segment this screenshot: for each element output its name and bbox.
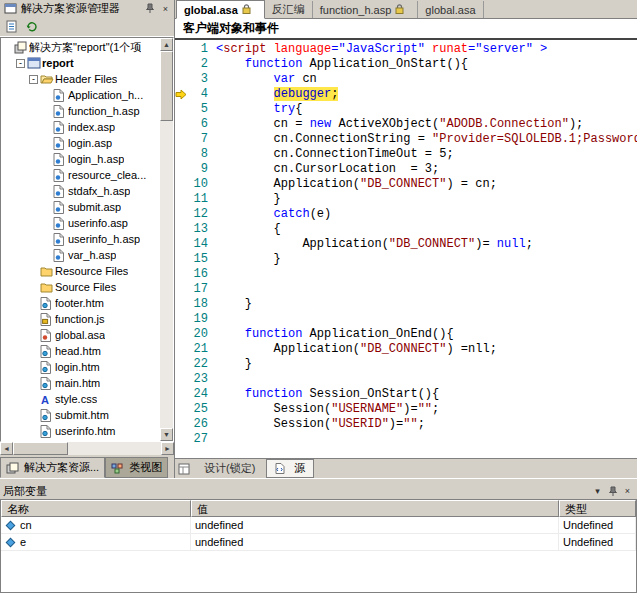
tree-horizontal-scrollbar[interactable]: ◄ ► bbox=[0, 442, 174, 455]
tree-vertical-scrollbar[interactable]: ▲ ▼ bbox=[160, 38, 173, 441]
indicator-margin[interactable] bbox=[175, 282, 190, 297]
code-line[interactable]: 2 function Application_OnStart(){ bbox=[175, 57, 637, 72]
tree-item[interactable]: head.htm bbox=[1, 343, 160, 359]
tree-item[interactable]: userinfo.htm bbox=[1, 423, 160, 439]
code-line[interactable]: 1<script language="JavaScript" runat="se… bbox=[175, 42, 637, 57]
code-line[interactable]: 5 try{ bbox=[175, 102, 637, 117]
current-statement-arrow[interactable] bbox=[175, 87, 190, 102]
tree-item[interactable]: userinfo_h.asp bbox=[1, 231, 160, 247]
code-line[interactable]: 18 } bbox=[175, 297, 637, 312]
close-icon[interactable]: × bbox=[621, 485, 634, 498]
properties-icon[interactable] bbox=[3, 19, 19, 34]
indicator-margin[interactable] bbox=[175, 402, 190, 417]
object-events-bar[interactable]: 客户端对象和事件 bbox=[175, 19, 637, 40]
code-line[interactable]: 7 cn.ConnectionString = "Provider=SQLOLE… bbox=[175, 132, 637, 147]
scroll-down-icon[interactable]: ▼ bbox=[160, 428, 173, 441]
indicator-margin[interactable] bbox=[175, 177, 190, 192]
tab-solution-explorer[interactable]: 解决方案资源... bbox=[0, 457, 105, 478]
code-line[interactable]: 16 bbox=[175, 267, 637, 282]
tree-item[interactable]: footer.htm bbox=[1, 295, 160, 311]
code-line[interactable]: 22 } bbox=[175, 357, 637, 372]
tree-item[interactable]: function_h.asp bbox=[1, 103, 160, 119]
indicator-margin[interactable] bbox=[175, 57, 190, 72]
indicator-margin[interactable] bbox=[175, 432, 190, 447]
indicator-margin[interactable] bbox=[175, 267, 190, 282]
indicator-margin[interactable] bbox=[175, 387, 190, 402]
code-line[interactable]: 24 function Session_OnStart(){ bbox=[175, 387, 637, 402]
code-line[interactable]: 23 bbox=[175, 372, 637, 387]
locals-row[interactable]: cnundefinedUndefined bbox=[1, 517, 636, 534]
code-line[interactable]: 12 catch(e) bbox=[175, 207, 637, 222]
indicator-margin[interactable] bbox=[175, 312, 190, 327]
indicator-margin[interactable] bbox=[175, 117, 190, 132]
scroll-right-icon[interactable]: ► bbox=[161, 442, 174, 455]
indicator-margin[interactable] bbox=[175, 237, 190, 252]
code-line[interactable]: 11 } bbox=[175, 192, 637, 207]
scroll-up-icon[interactable]: ▲ bbox=[160, 38, 173, 51]
code-line[interactable]: 19 bbox=[175, 312, 637, 327]
indicator-margin[interactable] bbox=[175, 327, 190, 342]
tree-item[interactable]: -report bbox=[1, 55, 160, 71]
indicator-margin[interactable] bbox=[175, 372, 190, 387]
tree-item[interactable]: global.asa bbox=[1, 327, 160, 343]
tree-expander-minus[interactable]: - bbox=[16, 59, 25, 68]
tree-item[interactable]: Astyle.css bbox=[1, 391, 160, 407]
tree-item[interactable]: login.htm bbox=[1, 359, 160, 375]
code-line[interactable]: 15 } bbox=[175, 252, 637, 267]
indicator-margin[interactable] bbox=[175, 297, 190, 312]
tab-source[interactable]: 源 bbox=[266, 459, 314, 478]
indicator-margin[interactable] bbox=[175, 252, 190, 267]
indicator-margin[interactable] bbox=[175, 342, 190, 357]
indicator-margin[interactable] bbox=[175, 102, 190, 117]
code-line[interactable]: 27 bbox=[175, 432, 637, 447]
scrollbar-track[interactable] bbox=[160, 121, 173, 428]
tree-item[interactable]: submit.htm bbox=[1, 407, 160, 423]
locals-row[interactable]: eundefinedUndefined bbox=[1, 534, 636, 551]
code-line[interactable]: 14 Application("DB_CONNECT")= null; bbox=[175, 237, 637, 252]
code-line[interactable]: 3 var cn bbox=[175, 72, 637, 87]
code-area[interactable]: 1<script language="JavaScript" runat="se… bbox=[175, 40, 637, 458]
tree-item[interactable]: Application_h... bbox=[1, 87, 160, 103]
document-tab[interactable]: function_h.asp bbox=[313, 1, 419, 18]
tree-item[interactable]: submit.asp bbox=[1, 199, 160, 215]
tree-item[interactable]: login.asp bbox=[1, 135, 160, 151]
tree-item[interactable]: function.js bbox=[1, 311, 160, 327]
code-line[interactable]: 4 debugger; bbox=[175, 87, 637, 102]
pin-icon[interactable] bbox=[143, 2, 156, 15]
indicator-margin[interactable] bbox=[175, 417, 190, 432]
tree-expander-minus[interactable]: - bbox=[29, 75, 38, 84]
tab-class-view[interactable]: 类视图 bbox=[105, 457, 168, 478]
indicator-margin[interactable] bbox=[175, 207, 190, 222]
tree-item[interactable]: resource_clea... bbox=[1, 167, 160, 183]
scrollbar-thumb[interactable] bbox=[160, 51, 173, 121]
indicator-margin[interactable] bbox=[175, 72, 190, 87]
document-tab[interactable]: global.asa bbox=[418, 1, 483, 18]
scrollbar-track[interactable] bbox=[68, 442, 161, 455]
code-line[interactable]: 26 Session("USERID")=""; bbox=[175, 417, 637, 432]
tree-item[interactable]: var_h.asp bbox=[1, 247, 160, 263]
indicator-margin[interactable] bbox=[175, 132, 190, 147]
tree-item[interactable]: index.asp bbox=[1, 119, 160, 135]
code-line[interactable]: 6 cn = new ActiveXObject("ADODB.Connecti… bbox=[175, 117, 637, 132]
scrollbar-thumb[interactable] bbox=[13, 442, 68, 455]
close-icon[interactable]: × bbox=[159, 2, 172, 15]
document-tab[interactable]: 反汇编 bbox=[265, 1, 313, 18]
column-header-type[interactable]: 类型 bbox=[559, 500, 636, 517]
code-line[interactable]: 25 Session("USERNAME")=""; bbox=[175, 402, 637, 417]
tree-item[interactable]: userinfo.asp bbox=[1, 215, 160, 231]
code-line[interactable]: 21 Application("DB_CONNECT") =nll; bbox=[175, 342, 637, 357]
indicator-margin[interactable] bbox=[175, 162, 190, 177]
code-line[interactable]: 10 Application("DB_CONNECT") = cn; bbox=[175, 177, 637, 192]
indicator-margin[interactable] bbox=[175, 147, 190, 162]
indicator-margin[interactable] bbox=[175, 42, 190, 57]
code-line[interactable]: 20 function Application_OnEnd(){ bbox=[175, 327, 637, 342]
tree-item[interactable]: login_h.asp bbox=[1, 151, 160, 167]
code-line[interactable]: 9 cn.CursorLocation = 3; bbox=[175, 162, 637, 177]
chevron-down-icon[interactable]: ▾ bbox=[591, 485, 604, 498]
scroll-left-icon[interactable]: ◄ bbox=[0, 442, 13, 455]
refresh-icon[interactable] bbox=[23, 19, 39, 34]
tree-item[interactable]: stdafx_h.asp bbox=[1, 183, 160, 199]
indicator-margin[interactable] bbox=[175, 222, 190, 237]
column-header-name[interactable]: 名称 bbox=[1, 500, 191, 517]
code-line[interactable]: 17 bbox=[175, 282, 637, 297]
